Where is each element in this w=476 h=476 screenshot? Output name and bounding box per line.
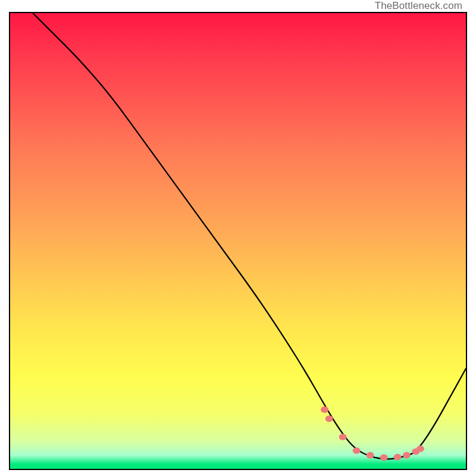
highlight-dot	[325, 415, 333, 422]
highlight-dot	[367, 452, 374, 459]
highlight-dot	[403, 452, 411, 459]
highlight-dot	[353, 447, 361, 454]
highlight-dot	[380, 454, 388, 461]
chart-area: TheBottleneck.com	[9, 12, 467, 470]
highlight-dots-group	[321, 406, 424, 461]
highlight-dot	[394, 454, 402, 461]
watermark-label: TheBottleneck.com	[375, 0, 462, 12]
highlight-dot	[321, 406, 328, 413]
bottleneck-curve	[33, 13, 466, 459]
highlight-dot	[339, 434, 347, 440]
highlight-dot	[416, 446, 424, 452]
highlight-dot	[412, 448, 419, 455]
chart-svg	[10, 13, 466, 469]
